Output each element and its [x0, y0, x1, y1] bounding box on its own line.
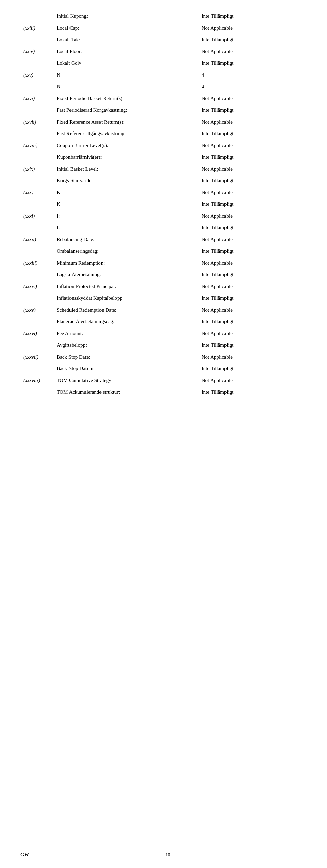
table-row: Kuponbarriärnivå(er):Inte Tillämpligt: [20, 151, 307, 163]
row-label: Scheduled Redemption Date:: [54, 304, 199, 316]
table-row: (xxxv)Scheduled Redemption Date:Not Appl…: [20, 304, 307, 316]
table-row: Back-Stop Datum:Inte Tillämpligt: [20, 363, 307, 375]
row-label: Coupon Barrier Level(s):: [54, 140, 199, 152]
row-label: Fast Referenstillgångsavkastning:: [54, 128, 199, 140]
row-index: (xxxii): [20, 234, 54, 246]
row-label: Lägsta Återbetalning:: [54, 269, 199, 281]
row-value: Not Applicable: [199, 328, 307, 340]
row-value: Inte Tillämpligt: [199, 339, 307, 351]
row-label: N:: [54, 81, 199, 93]
row-value: Inte Tillämpligt: [199, 198, 307, 210]
table-row: N:4: [20, 81, 307, 93]
row-index: [20, 128, 54, 140]
document-table: Initial Kupong:Inte Tillämpligt(xxiii)Lo…: [20, 10, 307, 398]
row-label: TOM Ackumulerande struktur:: [54, 386, 199, 398]
row-value: Inte Tillämpligt: [199, 175, 307, 187]
row-index: [20, 81, 54, 93]
row-label: K:: [54, 198, 199, 210]
row-index: (xxxiv): [20, 281, 54, 293]
row-label: Ombalanseringsdag:: [54, 245, 199, 257]
row-label: Fee Amount:: [54, 328, 199, 340]
row-value: Inte Tillämpligt: [199, 316, 307, 328]
row-index: [20, 222, 54, 234]
table-row: (xxvii)Fixed Reference Asset Return(s):N…: [20, 116, 307, 128]
table-row: (xxviii)Coupon Barrier Level(s):Not Appl…: [20, 140, 307, 152]
page-footer: GW 10: [0, 852, 327, 858]
row-index: (xxv): [20, 69, 54, 81]
row-label: Lokalt Tak:: [54, 34, 199, 46]
row-label: Lokalt Golv:: [54, 57, 199, 69]
row-index: [20, 175, 54, 187]
table-row: Avgiftsbelopp:Inte Tillämpligt: [20, 339, 307, 351]
table-row: Fast Periodiserad Korgavkastning:Inte Ti…: [20, 104, 307, 116]
row-index: [20, 245, 54, 257]
row-index: (xxxvii): [20, 351, 54, 363]
row-index: [20, 57, 54, 69]
row-value: Inte Tillämpligt: [199, 57, 307, 69]
row-value: Not Applicable: [199, 304, 307, 316]
row-index: (xxxiii): [20, 257, 54, 269]
row-index: [20, 269, 54, 281]
row-index: (xxxi): [20, 210, 54, 222]
table-row: (xxxii)Rebalancing Date:Not Applicable: [20, 234, 307, 246]
table-row: (xxiv)Local Floor:Not Applicable: [20, 46, 307, 58]
row-value: Inte Tillämpligt: [199, 269, 307, 281]
row-value: Not Applicable: [199, 22, 307, 34]
row-value: 4: [199, 81, 307, 93]
table-row: (xxxvii)Back Stop Date:Not Applicable: [20, 351, 307, 363]
row-index: [20, 104, 54, 116]
row-index: (xxxvi): [20, 328, 54, 340]
row-label: Initial Basket Level:: [54, 163, 199, 175]
table-row: Lokalt Tak:Inte Tillämpligt: [20, 34, 307, 46]
row-label: Back Stop Date:: [54, 351, 199, 363]
table-row: TOM Ackumulerande struktur:Inte Tillämpl…: [20, 386, 307, 398]
row-label: I:: [54, 210, 199, 222]
table-row: Planerad Återbetalningsdag:Inte Tillämpl…: [20, 316, 307, 328]
table-row: (xxix)Initial Basket Level:Not Applicabl…: [20, 163, 307, 175]
row-index: (xxvi): [20, 93, 54, 105]
row-value: Not Applicable: [199, 93, 307, 105]
row-index: [20, 292, 54, 304]
row-label: Initial Kupong:: [54, 10, 199, 22]
row-label: Inflationsskyddat Kapitalbelopp:: [54, 292, 199, 304]
row-label: TOM Cumulative Strategy:: [54, 375, 199, 386]
row-value: Not Applicable: [199, 351, 307, 363]
row-index: [20, 363, 54, 375]
row-index: (xxix): [20, 163, 54, 175]
table-row: (xxxviii)TOM Cumulative Strategy:Not App…: [20, 375, 307, 386]
row-index: [20, 339, 54, 351]
footer-page-number: 10: [29, 852, 307, 858]
row-value: Not Applicable: [199, 234, 307, 246]
row-value: Inte Tillämpligt: [199, 245, 307, 257]
footer-left: GW: [20, 852, 29, 858]
row-index: [20, 151, 54, 163]
row-label: I:: [54, 222, 199, 234]
row-index: [20, 198, 54, 210]
row-index: (xxx): [20, 187, 54, 199]
table-row: (xxxiv)Inflation-Protected Principal:Not…: [20, 281, 307, 293]
row-label: K:: [54, 187, 199, 199]
row-label: Rebalancing Date:: [54, 234, 199, 246]
row-label: Korgs Startvärde:: [54, 175, 199, 187]
row-index: [20, 316, 54, 328]
table-row: Lokalt Golv:Inte Tillämpligt: [20, 57, 307, 69]
row-value: Inte Tillämpligt: [199, 128, 307, 140]
row-value: Inte Tillämpligt: [199, 363, 307, 375]
row-index: (xxiii): [20, 22, 54, 34]
table-row: Fast Referenstillgångsavkastning:Inte Ti…: [20, 128, 307, 140]
row-value: Not Applicable: [199, 116, 307, 128]
table-row: (xxxi)I:Not Applicable: [20, 210, 307, 222]
table-row: (xxxvi)Fee Amount:Not Applicable: [20, 328, 307, 340]
row-label: Planerad Återbetalningsdag:: [54, 316, 199, 328]
row-value: Inte Tillämpligt: [199, 10, 307, 22]
row-label: Fast Periodiserad Korgavkastning:: [54, 104, 199, 116]
row-label: Local Floor:: [54, 46, 199, 58]
row-value: Inte Tillämpligt: [199, 292, 307, 304]
row-index: (xxxv): [20, 304, 54, 316]
row-value: Not Applicable: [199, 187, 307, 199]
table-row: (xxx)K:Not Applicable: [20, 187, 307, 199]
row-index: (xxvii): [20, 116, 54, 128]
table-row: (xxxiii)Minimum Redemption:Not Applicabl…: [20, 257, 307, 269]
table-row: (xxvi)Fixed Periodic Basket Return(s):No…: [20, 93, 307, 105]
table-row: Korgs Startvärde:Inte Tillämpligt: [20, 175, 307, 187]
